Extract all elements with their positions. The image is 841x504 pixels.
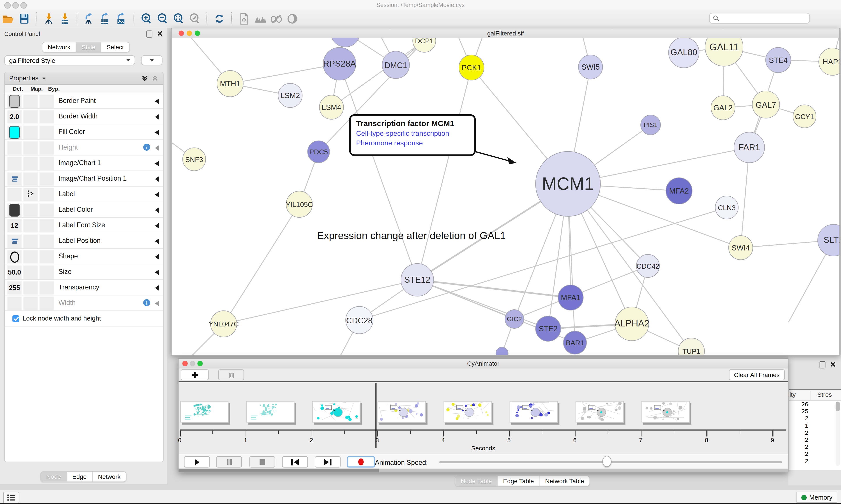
network-node-swi5[interactable]: SWI5: [578, 55, 603, 79]
property-row-height[interactable]: Height i: [5, 140, 163, 156]
close-panel-icon[interactable]: [157, 31, 162, 37]
checkbox-checked-icon[interactable]: [12, 315, 19, 322]
bypass-cell[interactable]: [39, 281, 54, 295]
property-row-width[interactable]: Width i: [5, 295, 163, 311]
property-row-image-chart-position-1[interactable]: Image/Chart Position 1: [5, 171, 163, 186]
default-cell[interactable]: [7, 203, 22, 217]
property-row-label-font-size[interactable]: 12 Label Font Size: [5, 218, 163, 233]
zoom-in-button[interactable]: [141, 13, 153, 25]
add-frame-button[interactable]: [181, 370, 209, 380]
mapping-cell[interactable]: [23, 250, 38, 264]
network-node-alpha2[interactable]: ALPHA2: [615, 307, 649, 341]
property-row-border-paint[interactable]: Border Paint: [5, 93, 163, 109]
lock-size-row[interactable]: Lock node width and height: [5, 311, 163, 326]
task-history-button[interactable]: [3, 492, 19, 504]
mapping-cell[interactable]: [23, 187, 38, 202]
tab-node[interactable]: Node: [41, 472, 67, 482]
animation-frame-3[interactable]: [312, 401, 360, 422]
zoom-selected-button[interactable]: [189, 13, 201, 25]
default-cell[interactable]: 2.0: [7, 110, 22, 124]
table-scrollbar[interactable]: [836, 401, 840, 466]
bypass-cell[interactable]: [39, 125, 54, 140]
skip-to-end-button[interactable]: [315, 456, 341, 467]
mapping-cell[interactable]: [23, 157, 38, 170]
network-node-gal11[interactable]: GAL11: [705, 38, 743, 67]
network-node-ste4[interactable]: STE4: [766, 47, 791, 73]
default-cell[interactable]: 255: [7, 281, 22, 295]
network-node-gcy1[interactable]: GCY1: [793, 105, 817, 128]
network-node-node_top[interactable]: [330, 38, 360, 47]
default-cell[interactable]: [7, 234, 22, 248]
mapping-cell[interactable]: [23, 265, 38, 280]
tab-network[interactable]: Network: [42, 42, 76, 52]
stop-button[interactable]: [249, 456, 275, 467]
default-value[interactable]: 255: [9, 284, 20, 292]
network-node-mfa1[interactable]: MFA1: [558, 285, 584, 310]
table-cell[interactable]: 26: [789, 401, 808, 408]
info-icon[interactable]: i: [143, 144, 150, 151]
bypass-cell[interactable]: [39, 219, 54, 233]
mapping-cell[interactable]: [23, 296, 38, 310]
network-node-gal2[interactable]: GAL2: [711, 95, 735, 120]
network-node-mfa2[interactable]: MFA2: [666, 178, 692, 204]
network-node-hap2[interactable]: HAP2: [819, 48, 839, 75]
animation-frame-2[interactable]: [246, 401, 294, 422]
expand-all-icon[interactable]: [151, 74, 159, 82]
property-row-shape[interactable]: Shape: [5, 249, 163, 264]
default-cell[interactable]: 12: [7, 219, 22, 233]
default-cell[interactable]: [7, 141, 22, 155]
record-button[interactable]: [347, 456, 375, 467]
network-node-ste2[interactable]: STE2: [535, 316, 561, 342]
float-panel-icon[interactable]: [146, 31, 153, 38]
table-cell[interactable]: 2: [789, 458, 808, 465]
network-node-dmc1[interactable]: DMC1: [382, 51, 410, 79]
mapping-cell[interactable]: [23, 94, 38, 108]
network-node-yil105c[interactable]: YIL105C: [286, 191, 312, 218]
mapping-cell[interactable]: [23, 234, 38, 248]
show-eye-button[interactable]: [286, 13, 298, 25]
animation-frame-6[interactable]: [509, 401, 558, 422]
info-icon[interactable]: i: [143, 299, 150, 306]
network-node-ste12[interactable]: STE12: [400, 263, 434, 296]
bypass-cell[interactable]: [39, 296, 54, 310]
default-swatch[interactable]: [9, 204, 20, 217]
network-node-lsm2[interactable]: LSM2: [278, 83, 303, 108]
animation-frame-8[interactable]: [641, 401, 690, 422]
search-input[interactable]: [709, 13, 810, 24]
hide-glasses-button[interactable]: [270, 13, 282, 25]
network-node-dcp1[interactable]: DCP1: [412, 38, 436, 53]
default-cell[interactable]: [7, 157, 22, 170]
default-cell[interactable]: [7, 187, 22, 202]
default-value[interactable]: 50.0: [8, 269, 21, 276]
import-network-button[interactable]: [43, 13, 55, 25]
tab-node-table[interactable]: Node Table: [455, 476, 498, 486]
default-cell[interactable]: [7, 172, 22, 186]
bypass-cell[interactable]: [39, 234, 54, 248]
table-cell[interactable]: 2: [789, 451, 808, 457]
expand-row-icon[interactable]: [155, 177, 159, 182]
bypass-cell[interactable]: [39, 110, 54, 124]
property-row-size[interactable]: 50.0 Size: [5, 264, 163, 280]
network-node-lsm4[interactable]: LSM4: [319, 95, 344, 120]
mapping-cell[interactable]: [23, 141, 38, 155]
mapping-cell[interactable]: [23, 281, 38, 295]
table-cell[interactable]: 2: [789, 444, 808, 451]
network-node-dot[interactable]: [496, 347, 508, 355]
network-node-rps28a[interactable]: RPS28A: [323, 47, 356, 80]
network-node-cdc28[interactable]: CDC28: [345, 306, 373, 334]
property-row-image-chart-1[interactable]: Image/Chart 1: [5, 156, 163, 171]
tab-edge[interactable]: Edge: [67, 472, 92, 482]
tab-select[interactable]: Select: [101, 42, 129, 52]
animation-frame-5[interactable]: [444, 401, 492, 422]
tab-style[interactable]: Style: [76, 42, 101, 52]
network-node-pis1[interactable]: PIS1: [640, 115, 661, 135]
tab-network-table[interactable]: Network Table: [540, 476, 589, 486]
play-button[interactable]: [184, 456, 210, 467]
overview-button[interactable]: [254, 13, 266, 25]
expand-row-icon[interactable]: [155, 270, 159, 275]
network-node-gic2[interactable]: GIC2: [505, 309, 524, 329]
network-node-gal7[interactable]: GAL7: [752, 91, 780, 119]
position-icon[interactable]: [11, 236, 18, 246]
zoom-fit-button[interactable]: [173, 13, 185, 25]
save-button[interactable]: [18, 13, 30, 25]
